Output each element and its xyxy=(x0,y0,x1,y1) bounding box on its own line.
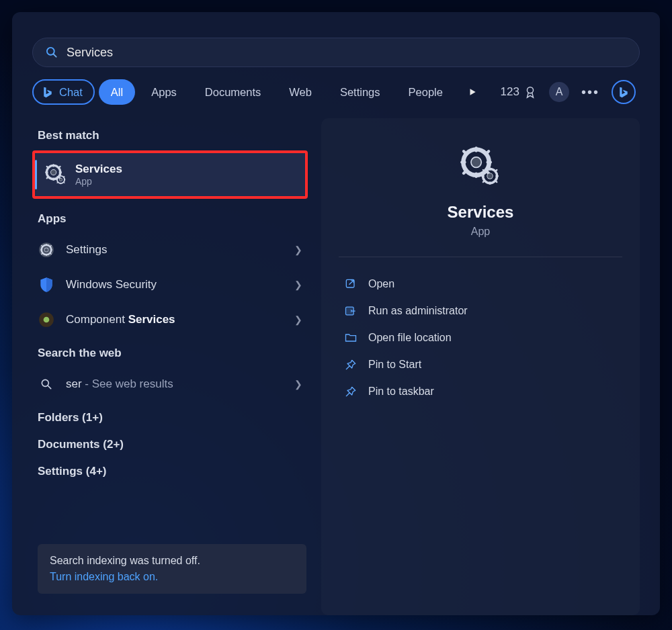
medal-icon xyxy=(523,85,537,99)
app-label: Component Services xyxy=(66,313,294,326)
app-label: Settings xyxy=(66,243,294,257)
component-services-icon xyxy=(38,311,55,328)
chat-label: Chat xyxy=(59,86,83,99)
preview-subtitle: App xyxy=(339,226,622,238)
more-filters-button[interactable] xyxy=(466,85,479,99)
results-column: Best match Services App Apps Settings ❯ … xyxy=(32,111,308,609)
action-label: Run as administrator xyxy=(368,305,468,317)
filter-web[interactable]: Web xyxy=(277,79,324,105)
search-web-header: Search the web xyxy=(38,347,308,360)
admin-icon xyxy=(344,304,358,318)
action-label: Pin to Start xyxy=(368,359,421,371)
action-open[interactable]: Open xyxy=(339,271,622,298)
chevron-right-icon: ❯ xyxy=(294,244,302,255)
web-label: ser - See web results xyxy=(66,377,294,391)
action-open-location[interactable]: Open file location xyxy=(339,324,622,351)
account-avatar[interactable]: A xyxy=(549,82,569,102)
action-pin-taskbar[interactable]: Pin to taskbar xyxy=(339,378,622,405)
best-match-header: Best match xyxy=(38,129,308,142)
rewards-points: 123 xyxy=(501,85,519,99)
search-icon xyxy=(40,377,53,391)
search-input[interactable] xyxy=(67,38,627,66)
action-pin-start[interactable]: Pin to Start xyxy=(339,351,622,378)
documents-group[interactable]: Documents (2+) xyxy=(38,438,308,451)
rewards-button[interactable]: 123 xyxy=(501,85,537,99)
chat-chip[interactable]: Chat xyxy=(32,79,95,105)
filter-apps[interactable]: Apps xyxy=(139,79,189,105)
settings-icon xyxy=(38,241,55,259)
pin-icon xyxy=(344,358,358,371)
preview-pane: Services App Open Run as administrator O… xyxy=(321,118,640,615)
chevron-right-icon: ❯ xyxy=(294,379,302,390)
divider xyxy=(339,257,622,257)
bing-chat-button[interactable] xyxy=(612,80,636,104)
more-options-button[interactable]: ••• xyxy=(581,85,599,100)
best-match-subtitle: App xyxy=(75,176,122,187)
app-result-component-services[interactable]: Component Services ❯ xyxy=(32,304,308,336)
filter-settings[interactable]: Settings xyxy=(328,79,392,105)
open-icon xyxy=(344,277,358,291)
filter-documents[interactable]: Documents xyxy=(193,79,273,105)
action-label: Open file location xyxy=(368,332,452,344)
filter-row: Chat All Apps Documents Web Settings Peo… xyxy=(12,67,660,111)
play-icon xyxy=(468,87,477,97)
chevron-right-icon: ❯ xyxy=(294,314,302,325)
action-label: Open xyxy=(368,278,394,290)
content-area: Best match Services App Apps Settings ❯ … xyxy=(12,111,660,609)
indexing-notice: Search indexing was turned off. Turn ind… xyxy=(38,544,306,594)
search-icon xyxy=(45,46,58,59)
chevron-right-icon: ❯ xyxy=(294,279,302,290)
best-match-result[interactable]: Services App xyxy=(32,150,308,199)
action-label: Pin to taskbar xyxy=(368,386,434,398)
filter-all[interactable]: All xyxy=(99,79,135,105)
folders-group[interactable]: Folders (1+) xyxy=(38,411,308,424)
app-result-settings[interactable]: Settings ❯ xyxy=(32,234,308,266)
pin-icon xyxy=(344,385,358,398)
notice-link[interactable]: Turn indexing back on. xyxy=(50,571,294,583)
folder-icon xyxy=(344,331,358,345)
app-result-security[interactable]: Windows Security ❯ xyxy=(32,269,308,301)
notice-title: Search indexing was turned off. xyxy=(50,555,294,567)
settings-group[interactable]: Settings (4+) xyxy=(38,465,308,478)
filter-people[interactable]: People xyxy=(396,79,455,105)
toolbar-right: 123 A ••• xyxy=(501,80,640,104)
bing-icon xyxy=(618,86,630,98)
shield-icon xyxy=(38,276,55,294)
bing-icon xyxy=(42,86,54,98)
web-result[interactable]: ser - See web results ❯ xyxy=(32,368,308,400)
search-window: Chat All Apps Documents Web Settings Peo… xyxy=(12,12,660,615)
action-run-admin[interactable]: Run as administrator xyxy=(339,298,622,324)
best-match-title: Services xyxy=(75,163,122,176)
search-bar[interactable] xyxy=(32,38,640,67)
preview-title: Services xyxy=(339,203,622,222)
svg-line-20 xyxy=(54,54,56,57)
services-icon xyxy=(44,163,67,186)
apps-header: Apps xyxy=(38,212,308,226)
services-icon xyxy=(459,145,502,188)
app-label: Windows Security xyxy=(66,278,294,291)
